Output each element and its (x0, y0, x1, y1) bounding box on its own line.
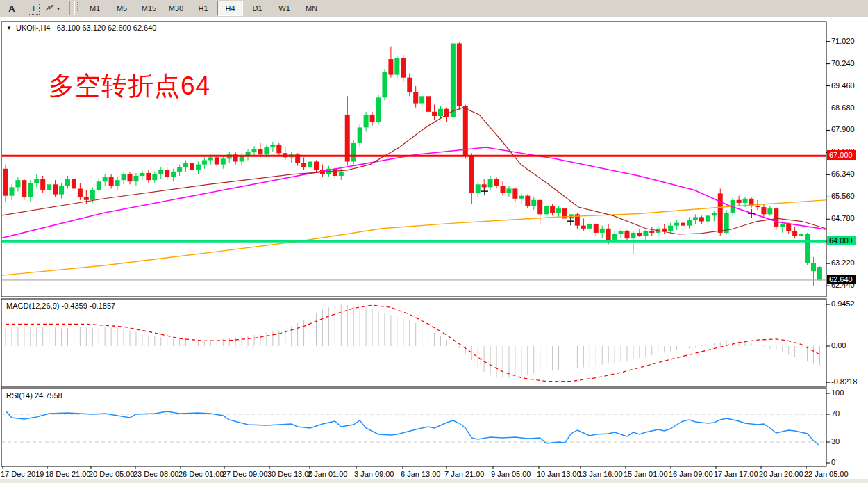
time-axis-label: 22 Jan 05:00 (804, 470, 849, 478)
price-tick-label: 69.460 (831, 81, 855, 90)
price-level-badge-67.000: 67.000 (827, 150, 856, 160)
time-axis-label: 18 Dec 21:00 (45, 470, 90, 478)
ma-fast-darkred-line (0, 108, 826, 234)
rsi-pane-border (1, 388, 826, 466)
price-pane-border (1, 22, 826, 297)
macd-tick-label: 0.9452 (831, 300, 855, 308)
macd-tick-label: -0.8218 (831, 377, 857, 386)
time-axis-label: 6 Jan 13:00 (401, 470, 441, 478)
rsi-line (6, 411, 819, 445)
macd-pane-border (1, 299, 826, 387)
chart-title: ▼ UKOil-,H4 63.100 63.120 62.600 62.640 (6, 24, 156, 32)
rsi-tick-label: 70 (831, 409, 840, 418)
price-tick-label: 67.900 (831, 125, 855, 133)
macd-signal-line (6, 305, 819, 382)
time-axis-label: 16 Jan 09:00 (669, 470, 713, 478)
price-tick-label: 68.680 (831, 104, 855, 112)
time-axis-label: 10 Jan 13:00 (537, 470, 581, 478)
time-axis-label: 23 Dec 08:00 (133, 470, 178, 478)
time-axis-label: 17 Dec 2019 (1, 470, 44, 478)
time-axis-label: 17 Jan 17:00 (714, 470, 758, 478)
rsi-pane[interactable] (1, 411, 826, 445)
price-tick-label: 63.220 (831, 259, 855, 267)
macd-tick-label: 0.00 (831, 341, 846, 350)
rsi-tick-label: 100 (831, 388, 844, 397)
price-level-badge-64.000: 64.000 (827, 236, 856, 245)
price-tick-label: 70.240 (831, 59, 855, 67)
symbol-dropdown-icon[interactable]: ▼ (6, 25, 12, 31)
macd-indicator-label: MACD(12,26,9) -0.4359 -0.1857 (6, 302, 115, 310)
rsi-tick-label: 0 (831, 458, 835, 466)
ma-mid-magenta-line (0, 147, 826, 238)
time-axis-label: 9 Jan 05:00 (491, 470, 531, 478)
time-axis-label: 2 Jan 01:00 (308, 470, 348, 478)
time-axis-label: 20 Dec 05:00 (89, 470, 134, 478)
price-tick-label: 65.560 (831, 192, 855, 200)
mt4-window: A T ▾ M1M5M15M30H1H4D1W1MN ▼ UKOil-,H4 6… (0, 0, 868, 483)
time-axis-label: 15 Jan 01:00 (624, 470, 668, 478)
price-tick-label: 64.780 (831, 214, 855, 222)
rsi-tick-label: 30 (831, 437, 840, 445)
macd-pane[interactable] (6, 304, 819, 381)
rsi-indicator-label: RSI(14) 24.7558 (6, 391, 62, 400)
time-axis-label: 7 Jan 21:00 (444, 470, 485, 478)
symbol-period-label: UKOil-,H4 (16, 24, 51, 32)
chart-annotation-text: 多空转折点64 (49, 69, 210, 104)
cross-marker (748, 209, 755, 218)
time-axis-label: 13 Jan 16:00 (578, 470, 623, 478)
price-tick-label: 66.340 (831, 170, 855, 178)
ma-slow-orange-line (0, 200, 826, 276)
ohlc-readout: 63.100 63.120 62.600 62.640 (57, 24, 157, 32)
time-axis-label: 26 Dec 01:00 (178, 470, 224, 478)
time-axis-label: 3 Jan 09:00 (354, 470, 394, 478)
time-axis-label: 30 Dec 13:00 (267, 470, 312, 478)
time-axis-label: 27 Dec 09:00 (222, 470, 267, 478)
price-tick-label: 71.020 (831, 37, 855, 45)
time-axis-label: 20 Jan 20:00 (759, 470, 803, 478)
cross-marker (481, 187, 488, 195)
price-level-badge-62.640: 62.640 (827, 275, 856, 284)
